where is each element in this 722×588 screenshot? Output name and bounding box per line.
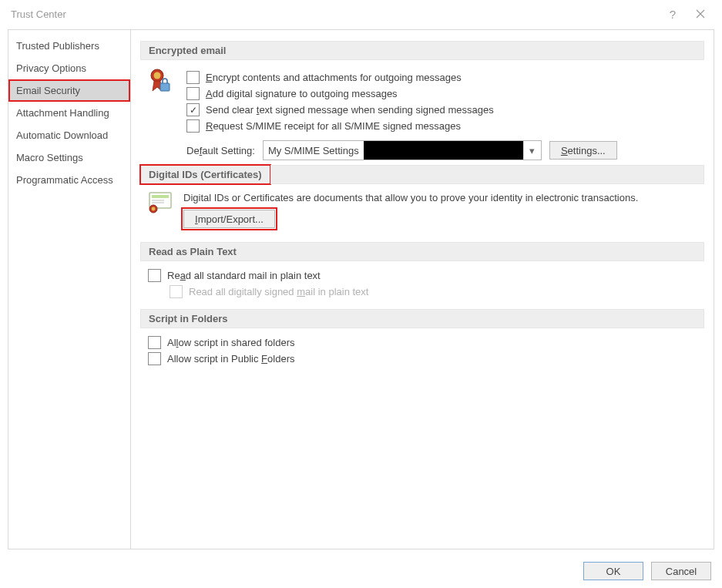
request-receipt-checkbox[interactable] [186,119,200,133]
nav-email-security[interactable]: Email Security [8,79,130,102]
add-signature-label: Add digital signature to outgoing messag… [206,88,398,99]
request-receipt-row: Request S/MIME receipt for all S/MIME si… [186,119,704,133]
content-pane: Encrypted email Encrypt contents and att… [131,30,714,549]
nav-attachment-handling[interactable]: Attachment Handling [8,102,130,124]
read-signed-label: Read all digitally signed mail in plain … [189,286,368,297]
nav-programmatic-access[interactable]: Programmatic Access [8,169,130,191]
send-clear-text-row: Send clear text signed message when send… [186,103,704,116]
encrypt-contents-row: Encrypt contents and attachments for out… [186,71,704,84]
section-digital-ids-rest [270,165,704,184]
close-icon [696,9,705,18]
svg-point-10 [152,207,156,211]
close-button[interactable] [687,0,714,28]
digital-ids-block: Digital IDs or Certificates are document… [143,192,704,228]
allow-shared-checkbox[interactable] [148,336,161,349]
send-clear-text-checkbox[interactable] [186,103,200,116]
read-standard-label: Read all standard mail in plain text [167,270,321,281]
digital-ids-icon-wrap [148,192,173,213]
svg-rect-4 [160,83,170,91]
allow-shared-label: Allow script in shared folders [167,337,294,348]
section-digital-ids: Digital IDs (Certificates) [140,165,270,184]
titlebar: Trust Center ? [0,0,722,28]
request-receipt-label: Request S/MIME receipt for all S/MIME si… [206,120,461,132]
encrypt-contents-checkbox[interactable] [186,71,200,84]
allow-public-checkbox[interactable] [148,352,161,365]
nav-sidebar: Trusted Publishers Privacy Options Email… [8,30,131,549]
settings-button[interactable]: Settings... [549,141,617,160]
cancel-button[interactable]: Cancel [651,562,711,580]
default-setting-row: Default Setting: My S/MIME Settings ▾ Se… [186,140,704,160]
svg-rect-6 [152,195,169,198]
dialog-footer: OK Cancel [583,562,711,580]
help-button[interactable]: ? [659,0,687,28]
section-read-plain-text: Read as Plain Text [140,242,704,261]
allow-shared-row: Allow script in shared folders [148,336,704,349]
read-signed-checkbox [170,285,183,298]
add-signature-row: Add digital signature to outgoing messag… [186,87,704,100]
ok-button[interactable]: OK [583,562,643,580]
allow-public-row: Allow script in Public Folders [148,352,704,365]
certificate-icon [149,192,172,213]
chevron-down-icon: ▾ [523,141,541,160]
import-export-button[interactable]: Import/Export... [183,210,275,228]
nav-automatic-download[interactable]: Automatic Download [8,124,130,146]
add-signature-checkbox[interactable] [186,87,200,100]
section-encrypted-email: Encrypted email [140,41,704,60]
dialog-body: Trusted Publishers Privacy Options Email… [8,29,714,549]
section-digital-ids-row: Digital IDs (Certificates) [140,165,704,184]
send-clear-text-label: Send clear text signed message when send… [206,104,494,116]
encrypted-email-block: Encrypt contents and attachments for out… [143,68,704,160]
read-standard-checkbox[interactable] [148,269,161,282]
nav-macro-settings[interactable]: Macro Settings [8,146,130,169]
nav-trusted-publishers[interactable]: Trusted Publishers [8,35,130,57]
default-setting-value: My S/MIME Settings [264,145,364,156]
dialog-title: Trust Center [8,8,659,20]
trust-center-dialog: Trust Center ? Trusted Publishers Privac… [0,0,722,588]
nav-privacy-options[interactable]: Privacy Options [8,57,130,79]
section-script-folders: Script in Folders [140,309,704,328]
encrypt-contents-label: Encrypt contents and attachments for out… [206,72,462,83]
default-setting-dropdown[interactable]: My S/MIME Settings ▾ [263,140,542,160]
read-signed-row: Read all digitally signed mail in plain … [170,285,704,298]
ribbon-lock-icon [149,68,171,94]
encrypted-email-icon [148,68,173,94]
read-standard-row: Read all standard mail in plain text [148,269,704,282]
allow-public-label: Allow script in Public Folders [167,353,294,365]
digital-ids-description: Digital IDs or Certificates are document… [183,192,638,203]
redacted-block [364,141,523,160]
default-setting-label: Default Setting: [186,145,255,156]
svg-point-3 [154,72,161,79]
